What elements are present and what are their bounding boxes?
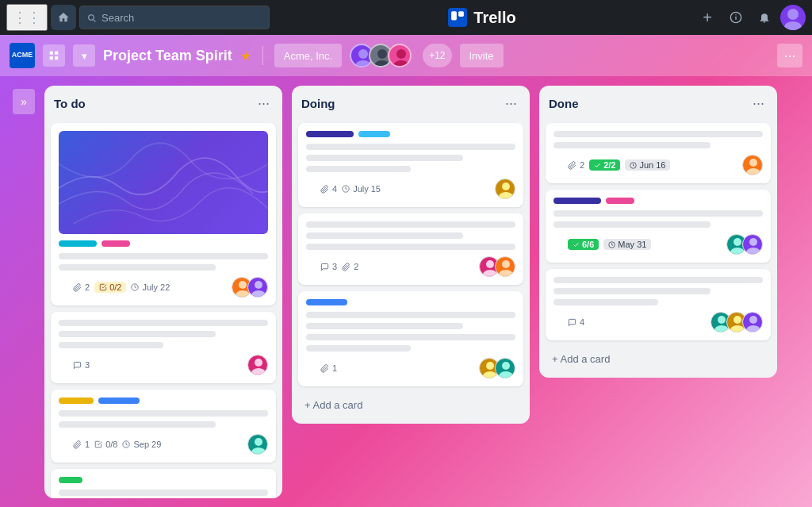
card-tags: [59, 398, 268, 404]
card-text-2: [59, 264, 216, 271]
card-due-date: July 22: [131, 282, 170, 292]
list-done-header: Done ···: [546, 94, 771, 117]
card-member-avatars: [479, 256, 515, 277]
svg-point-25: [255, 438, 262, 446]
svg-point-16: [393, 60, 409, 67]
card-avatar-2: [247, 277, 268, 298]
svg-point-39: [749, 159, 757, 167]
card-avatar-1: [247, 434, 268, 455]
workspace-logo: ACME: [10, 43, 35, 68]
card-description-icon: [59, 360, 68, 370]
svg-point-11: [358, 49, 368, 59]
card-attachments: 4: [320, 184, 337, 194]
tag-pink: [606, 198, 634, 204]
more-members-button[interactable]: +12: [423, 44, 451, 67]
card-description-icon: [59, 282, 68, 292]
card-member-avatars: [232, 277, 268, 298]
card-comments: 4: [568, 317, 584, 327]
svg-point-34: [486, 362, 494, 370]
list-todo-menu[interactable]: ···: [255, 94, 273, 113]
add-button[interactable]: +: [695, 5, 720, 30]
card-description-icon: [59, 440, 68, 449]
tag-yellow: [59, 398, 94, 404]
svg-point-32: [502, 260, 510, 268]
board-star-icon[interactable]: ★: [240, 48, 251, 63]
board-view-toggle[interactable]: [43, 44, 65, 67]
notifications-button[interactable]: [752, 5, 777, 30]
card-description-icon: [306, 363, 316, 373]
svg-point-48: [733, 316, 741, 324]
todo-card-3[interactable]: 1 0/8 Sep 29: [51, 390, 276, 463]
card-description-icon: [306, 262, 316, 271]
search-bar[interactable]: Search: [79, 6, 270, 29]
invite-button[interactable]: Invite: [460, 44, 504, 67]
card-text-2: [306, 323, 463, 329]
svg-point-18: [239, 281, 247, 289]
card-tags: [306, 131, 515, 137]
grid-menu-icon[interactable]: ⋮⋮: [6, 4, 48, 31]
svg-point-40: [746, 168, 760, 175]
svg-point-28: [502, 182, 510, 190]
card-checklist: 0/2: [94, 282, 126, 293]
card-cover-image: [59, 131, 268, 234]
doing-card-2[interactable]: 3 2: [298, 213, 523, 285]
member-avatar-3[interactable]: [388, 44, 412, 67]
svg-point-51: [746, 325, 760, 332]
workspace-button[interactable]: Acme, Inc.: [274, 44, 342, 67]
card-checklist: 0/8: [94, 440, 117, 449]
done-card-3[interactable]: 4: [546, 269, 771, 340]
card-member-avatars: [247, 355, 268, 375]
list-doing-menu[interactable]: ···: [502, 94, 520, 113]
svg-rect-7: [50, 52, 53, 55]
tag-blue-light: [358, 131, 390, 137]
todo-card-2[interactable]: 3: [51, 312, 276, 383]
doing-card-3[interactable]: 1: [298, 291, 523, 386]
card-avatar-1: [742, 155, 763, 175]
done-card-2[interactable]: 6/6 May 31: [546, 190, 771, 263]
list-todo: To do ···: [44, 86, 282, 498]
card-checklist-done: 2/2: [589, 159, 620, 171]
doing-add-card-button[interactable]: + Add a card: [298, 394, 523, 416]
user-avatar[interactable]: [780, 5, 806, 30]
info-button[interactable]: [723, 5, 749, 30]
board-more-button[interactable]: ···: [777, 44, 802, 67]
card-comments: 3: [320, 262, 337, 271]
card-text-3: [306, 244, 515, 250]
card-text-1: [553, 277, 763, 283]
card-text-2: [553, 221, 710, 228]
top-nav: ⋮⋮ Search Trello +: [0, 0, 812, 35]
list-todo-title: To do: [54, 97, 86, 110]
todo-card-4[interactable]: [51, 469, 276, 498]
board-dropdown-button[interactable]: ▾: [73, 44, 95, 67]
svg-point-36: [502, 362, 510, 370]
svg-point-29: [499, 192, 513, 199]
card-attachments: 1: [73, 440, 90, 449]
svg-point-5: [787, 9, 799, 20]
tag-blue-dark: [553, 198, 601, 204]
card-text-1: [306, 221, 515, 228]
svg-point-23: [251, 368, 266, 375]
card-text-2: [553, 142, 710, 148]
card-tags: [553, 198, 763, 204]
card-member-avatars: [742, 155, 763, 175]
svg-point-20: [255, 281, 262, 289]
card-member-avatars: [479, 358, 515, 378]
svg-rect-1: [458, 11, 464, 17]
app-logo: Trello: [273, 8, 691, 27]
card-member-avatars: [495, 179, 515, 199]
todo-card-1[interactable]: 2 0/2 July 22: [51, 123, 276, 305]
card-attachments: 2: [73, 282, 90, 292]
done-card-1[interactable]: 2 2/2 Jun 16: [546, 123, 771, 183]
list-todo-header: To do ···: [51, 94, 276, 117]
sidebar-toggle-button[interactable]: »: [13, 89, 35, 114]
done-add-card-button[interactable]: + Add a card: [546, 348, 771, 370]
list-done-menu[interactable]: ···: [749, 94, 768, 113]
home-button[interactable]: [51, 5, 76, 30]
doing-card-1[interactable]: 4 July 15: [298, 123, 523, 207]
card-text-1: [553, 131, 763, 137]
card-text-2: [306, 232, 463, 239]
card-text-1: [306, 144, 515, 150]
svg-point-44: [749, 238, 757, 246]
svg-point-46: [718, 316, 726, 324]
svg-point-13: [377, 49, 387, 59]
